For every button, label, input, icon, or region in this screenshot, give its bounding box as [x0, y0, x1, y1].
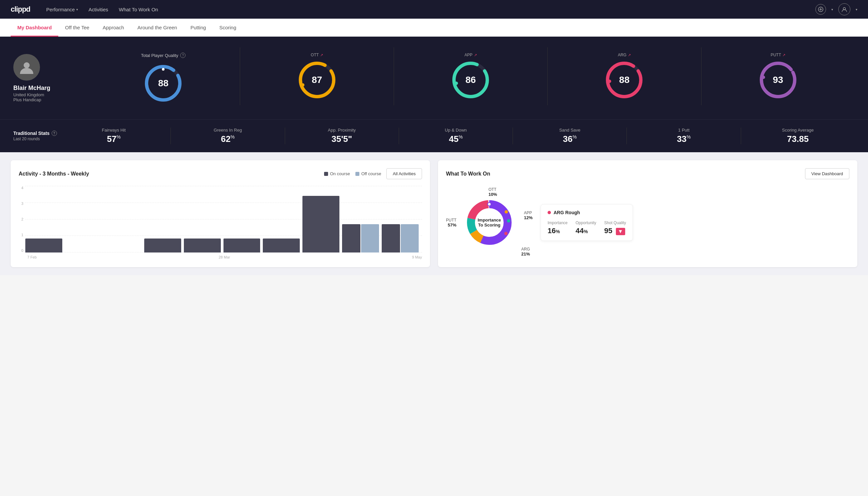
updown-value: 45% [449, 134, 463, 144]
arg-label: ARG ↗ [618, 52, 631, 57]
logo-text2: d [26, 5, 30, 13]
bar-group-3 [144, 238, 181, 253]
tab-off-the-tee[interactable]: Off the Tee [58, 19, 96, 37]
ott-code: OTT [311, 52, 319, 57]
importance-value: 16% [548, 227, 568, 235]
legend-oncourse: On course [324, 171, 350, 176]
bar-oncourse-6 [263, 238, 300, 253]
tab-approach-label: Approach [102, 25, 124, 30]
app-score: 86 [465, 75, 476, 85]
hero-section: Blair McHarg United Kingdom Plus Handica… [0, 37, 868, 119]
svg-point-27 [507, 219, 510, 222]
app-label: APP ↗ [464, 52, 477, 57]
tab-bar: My Dashboard Off the Tee Approach Around… [0, 19, 868, 37]
updown-label: Up & Down [445, 128, 467, 133]
tab-scoring-label: Scoring [219, 25, 236, 30]
nav-what-to-work-on[interactable]: What To Work On [119, 1, 158, 18]
nav-performance[interactable]: Performance ▾ [46, 1, 78, 18]
x-label-mar: 28 Mar [219, 255, 230, 259]
user-menu-button[interactable] [838, 3, 850, 15]
svg-point-28 [504, 232, 508, 235]
wtwo-header: What To Work On View Dashboard [446, 168, 849, 179]
detail-card-header: ARG Rough [548, 210, 626, 215]
y-label-3: 3 [21, 202, 23, 205]
donut-chart: PUTT 57% OTT 10% APP 12% ARG [446, 186, 533, 259]
activity-header: Activity - 3 Months - Weekly On course O… [19, 168, 422, 179]
stats-title-text: Traditional Stats [13, 130, 50, 136]
arg-section: ARG ↗ 88 [547, 47, 701, 105]
y-label-0: 0 [21, 248, 23, 252]
nav-performance-label: Performance [46, 7, 75, 12]
proximity-value: 35'5" [331, 134, 352, 144]
player-info: Blair McHarg United Kingdom Plus Handica… [13, 54, 73, 102]
all-activities-button[interactable]: All Activities [386, 168, 422, 179]
chevron-down-icon: ▾ [76, 7, 78, 11]
stats-info-icon[interactable]: ? [52, 130, 57, 136]
player-handicap: Plus Handicap [13, 97, 41, 102]
stats-period: Last 20 rounds [13, 137, 57, 141]
player-country: United Kingdom [13, 92, 44, 97]
svg-point-19 [762, 76, 765, 79]
bar-group-2 [105, 252, 142, 252]
scoring-label: Scoring Average [782, 128, 814, 133]
gir-label: Greens In Reg [214, 128, 242, 133]
putt-arrow-icon: ↗ [783, 53, 785, 57]
logo[interactable]: clippd [11, 5, 30, 14]
avatar [13, 54, 40, 81]
tpq-gauge: 88 [143, 63, 183, 103]
stat-gir: Greens In Reg 62% [171, 128, 285, 144]
bar-oncourse-3 [144, 238, 181, 253]
tab-around-the-green[interactable]: Around the Green [130, 19, 184, 37]
oncourse-legend-label: On course [330, 171, 350, 176]
importance-label: Importance [548, 220, 568, 225]
oneputt-value: 33% [677, 134, 691, 144]
tab-my-dashboard[interactable]: My Dashboard [11, 19, 58, 37]
y-label-4: 4 [21, 186, 23, 190]
bar-offcourse-9 [401, 224, 419, 252]
nav-activities-label: Activities [89, 7, 108, 12]
bar-group-4 [184, 238, 221, 253]
tpq-score: 88 [158, 78, 169, 89]
putt-donut-label: PUTT 57% [446, 218, 456, 228]
app-arrow-icon: ↗ [474, 53, 477, 57]
tab-putting[interactable]: Putting [184, 19, 213, 37]
tpq-info-icon[interactable]: ? [180, 52, 186, 58]
stat-updown: Up & Down 45% [399, 128, 513, 144]
stat-fairways: Fairways Hit 57% [57, 128, 171, 144]
shot-quality-badge: ▼ [616, 228, 625, 235]
app-gauge: 86 [451, 60, 491, 100]
arg-code: ARG [618, 52, 627, 57]
user-chevron-icon: ▾ [856, 7, 857, 11]
bar-group-5 [223, 238, 261, 253]
top-nav: clippd Performance ▾ Activities What To … [0, 0, 868, 19]
stat-scoring: Scoring Average 73.85 [741, 128, 855, 144]
add-button[interactable] [815, 4, 826, 15]
detail-card-dot [548, 211, 551, 214]
tab-approach[interactable]: Approach [96, 19, 130, 37]
bar-oncourse-5 [223, 238, 261, 253]
view-dashboard-button[interactable]: View Dashboard [805, 168, 849, 179]
detail-shot-quality: Shot Quality 95 ▼ [604, 220, 626, 235]
proximity-label: App. Proximity [328, 128, 356, 133]
tab-around-the-green-label: Around the Green [137, 25, 177, 30]
activity-panel: Activity - 3 Months - Weekly On course O… [11, 160, 430, 267]
what-to-work-on-panel: What To Work On View Dashboard PUTT 57% … [438, 160, 857, 267]
bar-group-0 [25, 238, 62, 253]
arg-arrow-icon: ↗ [628, 53, 631, 57]
bar-empty-1 [65, 252, 102, 252]
ott-score: 87 [312, 75, 322, 85]
nav-activities[interactable]: Activities [89, 1, 108, 18]
tab-scoring[interactable]: Scoring [212, 19, 243, 37]
y-label-1: 1 [21, 233, 23, 237]
bar-group-1 [65, 252, 102, 252]
tab-putting-label: Putting [190, 25, 206, 30]
svg-point-26 [505, 210, 508, 214]
oncourse-legend-dot [324, 172, 328, 176]
bar-group-7 [302, 196, 340, 252]
svg-point-10 [301, 83, 304, 87]
bar-empty-2 [105, 252, 142, 252]
ott-label: OTT ↗ [311, 52, 323, 57]
putt-label: PUTT ↗ [771, 52, 785, 57]
stats-title-section: Traditional Stats ? Last 20 rounds [13, 130, 57, 141]
stat-oneputt: 1 Putt 33% [627, 128, 741, 144]
